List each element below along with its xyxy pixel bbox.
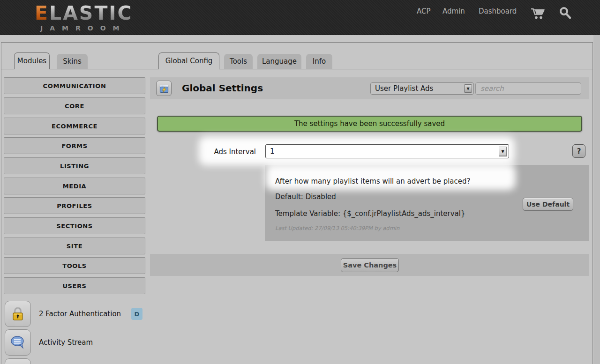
sidebar-item-media[interactable]: MEDIA — [4, 178, 145, 194]
cart-icon[interactable] — [530, 7, 545, 22]
search-input[interactable] — [476, 83, 581, 94]
chat-bubble-icon[interactable] — [5, 329, 31, 356]
save-changes-button[interactable]: Save Changes — [341, 258, 399, 272]
module-row-partial[interactable] — [5, 358, 145, 364]
module-icon[interactable] — [5, 358, 31, 364]
tab-global-config[interactable]: Global Config — [158, 52, 219, 69]
panel-header: Global Settings User Playlist Ads ▼ — [150, 77, 589, 99]
ads-interval-select[interactable]: 1 ▼ — [265, 144, 509, 158]
help-button[interactable]: ? — [572, 144, 585, 158]
sidebar-item-sections[interactable]: SECTIONS — [4, 217, 145, 234]
module-label: Activity Stream — [39, 338, 93, 347]
setting-last-updated: Last Updated: 27/09/13 05:40:39PM by adm… — [275, 225, 399, 231]
page-title: Global Settings — [182, 82, 263, 94]
success-message: The settings have been successfully save… — [157, 116, 582, 132]
module-row-activity-stream[interactable]: Activity Stream — [5, 329, 145, 356]
search-field-wrap — [475, 82, 581, 95]
tab-language[interactable]: Language — [257, 54, 301, 69]
setting-description: After how many playlist items will an ad… — [275, 177, 471, 186]
nav-admin[interactable]: Admin — [442, 7, 465, 15]
sidebar-item-profiles[interactable]: PROFILES — [4, 197, 145, 214]
ads-interval-value: 1 — [266, 147, 499, 156]
tab-modules[interactable]: Modules — [14, 52, 50, 69]
module-select[interactable]: User Playlist Ads ▼ — [370, 82, 474, 95]
sidebar-item-forms[interactable]: FORMS — [4, 137, 145, 154]
status-badge-disabled: D — [131, 308, 142, 320]
tab-strip-divider — [1, 69, 593, 69]
tab-tools[interactable]: Tools — [224, 54, 253, 69]
search-icon[interactable] — [558, 6, 572, 22]
sidebar-item-communication[interactable]: COMMUNICATION — [4, 77, 145, 94]
page-right-margin — [593, 35, 600, 364]
logo-text: ELASTIC — [35, 3, 133, 23]
sidebar-item-site[interactable]: SITE — [4, 238, 145, 254]
chevron-down-icon: ▼ — [464, 84, 472, 93]
setting-label: Ads Interval — [197, 148, 256, 156]
logo-rest: LASTIC — [49, 2, 133, 24]
logo-subtitle: JAMROOM — [40, 24, 133, 32]
sidebar-item-tools[interactable]: TOOLS — [4, 257, 145, 274]
setting-default-value: Default: Disabled — [275, 193, 336, 201]
site-logo[interactable]: ELASTIC JAMROOM — [35, 3, 133, 32]
tab-skins[interactable]: Skins — [57, 54, 88, 69]
tab-info[interactable]: Info — [306, 54, 332, 69]
lock-icon[interactable] — [5, 301, 31, 327]
setting-template-variable: Template Variable: {$_conf.jrPlaylistAds… — [275, 209, 465, 218]
sidebar-item-ecommerce[interactable]: ECOMMERCE — [4, 118, 145, 134]
logo-letter-e: E — [35, 2, 49, 24]
use-default-button[interactable]: Use Default — [523, 198, 573, 211]
sidebar-item-users[interactable]: USERS — [4, 277, 145, 294]
sidebar-item-listing[interactable]: LISTING — [4, 157, 145, 174]
top-header-bar: ELASTIC JAMROOM ACP Admin Dashboard — [0, 0, 600, 35]
nav-acp[interactable]: ACP — [417, 7, 431, 15]
module-select-value: User Playlist Ads — [371, 84, 464, 93]
module-label: 2 Factor Authentication — [39, 310, 121, 318]
chevron-down-icon: ▼ — [499, 147, 507, 156]
notepad-icon[interactable] — [156, 81, 172, 96]
module-row-2factor[interactable]: 2 Factor Authentication D — [5, 301, 145, 327]
nav-dashboard[interactable]: Dashboard — [479, 7, 517, 15]
sidebar-item-core[interactable]: CORE — [4, 97, 145, 114]
